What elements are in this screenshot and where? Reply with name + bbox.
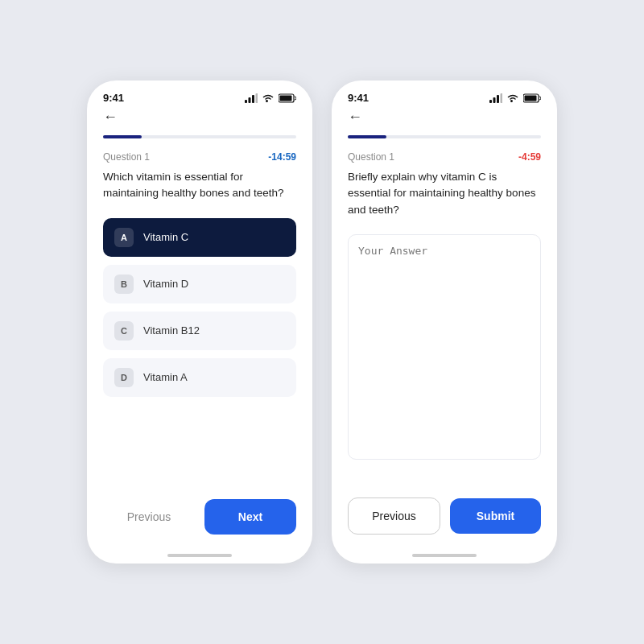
answer-input[interactable] — [348, 234, 541, 460]
svg-rect-7 — [493, 97, 496, 103]
wifi-icon — [262, 93, 275, 103]
back-button-1[interactable]: ← — [103, 109, 296, 126]
mcq-content: ← Question 1 -14:59 Which vitamin is ess… — [87, 109, 312, 489]
wifi-icon-2 — [506, 93, 519, 103]
battery-icon — [279, 93, 296, 103]
option-c-text: Vitamin B12 — [143, 324, 200, 336]
question-text-1: Which vitamin is essential for maintaini… — [103, 169, 296, 202]
back-button-2[interactable]: ← — [348, 109, 541, 126]
submit-button[interactable]: Submit — [450, 498, 541, 534]
progress-bar-2 — [348, 135, 541, 138]
battery-icon-2 — [523, 93, 541, 103]
progress-fill-2 — [348, 135, 386, 138]
phone-mcq: 9:41 ← — [87, 80, 312, 564]
footer-2: Previous Submit — [332, 488, 557, 554]
svg-rect-3 — [256, 93, 258, 103]
status-icons-1 — [245, 93, 296, 103]
status-bar-2: 9:41 — [332, 80, 557, 109]
option-c[interactable]: C Vitamin B12 — [103, 312, 296, 350]
status-bar-1: 9:41 — [87, 80, 312, 109]
question-text-2: Briefly explain why vitamin C is essenti… — [348, 169, 541, 218]
previous-button-2[interactable]: Previous — [348, 497, 440, 535]
previous-button-1[interactable]: Previous — [103, 499, 195, 535]
progress-bar-1 — [103, 135, 296, 138]
svg-rect-1 — [249, 97, 251, 103]
progress-fill-1 — [103, 135, 142, 138]
next-button[interactable]: Next — [204, 499, 296, 535]
svg-rect-5 — [280, 95, 292, 101]
option-c-letter: C — [114, 321, 134, 341]
option-a[interactable]: A Vitamin C — [103, 218, 296, 257]
option-d[interactable]: D Vitamin A — [103, 358, 296, 397]
option-b-text: Vitamin D — [143, 278, 188, 290]
question-label-1: Question 1 — [103, 151, 150, 163]
svg-rect-2 — [252, 95, 254, 103]
svg-rect-6 — [489, 100, 492, 103]
short-answer-content: ← Question 1 -4:59 Briefly explain why v… — [332, 109, 557, 488]
home-indicator-2 — [412, 554, 477, 557]
svg-rect-9 — [501, 93, 503, 103]
signal-icon — [245, 93, 258, 103]
svg-rect-0 — [245, 100, 247, 103]
question-meta-1: Question 1 -14:59 — [103, 151, 296, 163]
phone-short-answer: 9:41 ← — [332, 80, 557, 564]
option-d-letter: D — [114, 368, 134, 387]
question-meta-2: Question 1 -4:59 — [348, 151, 541, 163]
status-icons-2 — [489, 93, 541, 103]
option-d-text: Vitamin A — [143, 371, 188, 383]
timer-1: -14:59 — [268, 151, 296, 163]
time-1: 9:41 — [103, 92, 124, 104]
footer-1: Previous Next — [87, 489, 312, 554]
svg-rect-11 — [525, 95, 537, 101]
option-a-letter: A — [114, 228, 134, 247]
time-2: 9:41 — [348, 92, 369, 104]
question-label-2: Question 1 — [348, 151, 394, 163]
timer-2: -4:59 — [518, 151, 541, 163]
option-b-letter: B — [114, 275, 134, 294]
signal-icon-2 — [489, 93, 502, 103]
home-indicator-1 — [167, 554, 232, 557]
svg-rect-8 — [497, 95, 499, 103]
option-a-text: Vitamin C — [143, 231, 188, 243]
option-b[interactable]: B Vitamin D — [103, 265, 296, 303]
